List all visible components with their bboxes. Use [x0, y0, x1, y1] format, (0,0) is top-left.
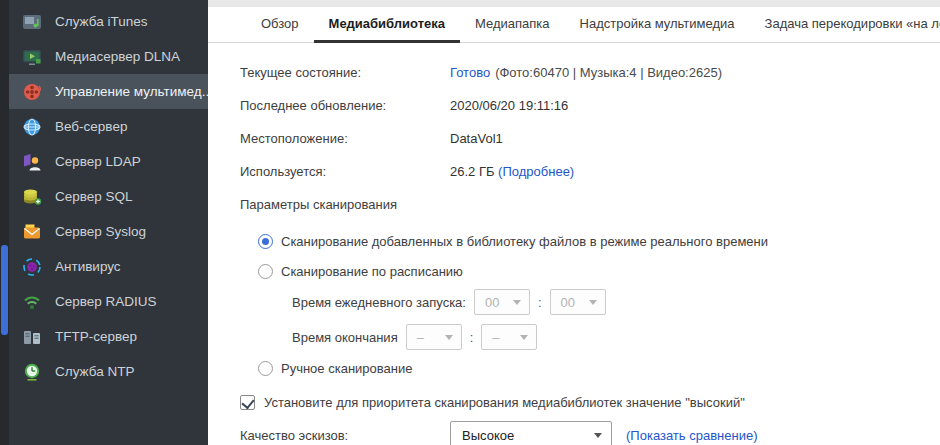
location-row: Местоположение: DataVol1: [240, 122, 940, 155]
scan-schedule-option[interactable]: Сканирование по расписанию: [258, 261, 940, 281]
last-update-row: Последнее обновление: 2020/06/20 19:11:1…: [240, 89, 940, 122]
current-state-label: Текущее состояние:: [240, 65, 450, 80]
location-label: Местоположение:: [240, 131, 450, 146]
sidebar-item-dlna-media-server[interactable]: Медиасервер DLNA: [9, 39, 208, 74]
sidebar-item-label: Сервер Syslog: [55, 224, 146, 239]
chevron-down-icon: [513, 300, 521, 305]
end-time-hour-select[interactable]: –: [406, 324, 462, 350]
checkbox-checked-icon[interactable]: [240, 395, 255, 410]
antivirus-icon: [22, 257, 42, 277]
chevron-down-icon: [445, 335, 453, 340]
sidebar-scrollbar-thumb[interactable]: [1, 245, 8, 335]
tab-bar: Обзор Медиабиблиотека Медиапапка Надстро…: [208, 7, 940, 43]
scan-manual-option[interactable]: Ручное сканирование: [258, 358, 940, 378]
media-library-panel: Текущее состояние: Готово(Фото:60470 | М…: [208, 43, 940, 445]
sidebar-item-label: Сервер RADIUS: [55, 294, 157, 309]
sidebar-item-web-server[interactable]: Веб-сервер: [9, 109, 208, 144]
media-counts: (Фото:60470 | Музыка:4 | Видео:2625): [495, 65, 722, 80]
scan-realtime-label: Сканирование добавленных в библиотеку фа…: [281, 234, 768, 249]
time-separator: :: [538, 295, 542, 310]
radio-off-icon[interactable]: [258, 361, 273, 376]
tab-on-the-fly-transcoding[interactable]: Задача перекодировки «на лету»: [750, 7, 940, 43]
end-time-hour-value: –: [417, 330, 424, 345]
radio-off-icon[interactable]: [258, 264, 273, 279]
tab-media-folder[interactable]: Медиапапка: [460, 7, 565, 43]
priority-checkbox-row[interactable]: Установите для приоритета сканирования м…: [240, 392, 940, 412]
sidebar-item-label: Веб-сервер: [55, 119, 127, 134]
tftp-icon: [22, 327, 42, 347]
last-update-label: Последнее обновление:: [240, 98, 450, 113]
sidebar-item-label: Сервер LDAP: [55, 154, 141, 169]
end-time-minute-select[interactable]: –: [481, 324, 537, 350]
scan-schedule-label: Сканирование по расписанию: [281, 264, 463, 279]
daily-start-label: Время ежедневного запуска:: [292, 295, 466, 310]
sidebar-item-itunes-service[interactable]: Служба iTunes: [9, 4, 208, 39]
ntp-icon: [22, 362, 42, 382]
web-server-icon: [22, 117, 42, 137]
sidebar-item-multimedia-management[interactable]: Управление мультимед...: [9, 74, 208, 109]
thumbnail-quality-select[interactable]: Высокое: [450, 421, 612, 445]
sidebar-item-tftp-server[interactable]: TFTP-сервер: [9, 319, 208, 354]
daily-start-minute-value: 00: [561, 295, 575, 310]
daily-start-hour-select[interactable]: 00: [474, 289, 530, 315]
sql-icon: [22, 187, 42, 207]
status-ready-link[interactable]: Готово: [450, 65, 490, 80]
last-update-value: 2020/06/20 19:11:16: [450, 98, 568, 113]
top-strip: [208, 0, 940, 7]
sidebar-item-label: Сервер SQL: [55, 189, 133, 204]
daily-start-minute-select[interactable]: 00: [550, 289, 606, 315]
ldap-icon: [22, 152, 42, 172]
sidebar-item-syslog-server[interactable]: Сервер Syslog: [9, 214, 208, 249]
sidebar-item-label: Антивирус: [55, 259, 121, 274]
sidebar-nav: Служба iTunes Медиасервер DLNA: [9, 0, 208, 389]
daily-start-hour-value: 00: [485, 295, 499, 310]
sidebar-item-radius-server[interactable]: Сервер RADIUS: [9, 284, 208, 319]
end-time-minute-value: –: [492, 330, 499, 345]
chevron-down-icon: [594, 433, 602, 438]
location-value: DataVol1: [450, 131, 503, 146]
sidebar-item-label: Служба NTP: [55, 364, 134, 379]
sidebar-item-sql-server[interactable]: Сервер SQL: [9, 179, 208, 214]
tab-media-library[interactable]: Медиабиблиотека: [314, 7, 460, 43]
chevron-down-icon: [589, 300, 597, 305]
services-sidebar: Служба iTunes Медиасервер DLNA: [0, 0, 208, 445]
priority-checkbox-label: Установите для приоритета сканирования м…: [264, 395, 745, 410]
scan-realtime-option[interactable]: Сканирование добавленных в библиотеку фа…: [258, 231, 940, 251]
sidebar-item-label: TFTP-сервер: [55, 329, 137, 344]
scan-settings-section-label: Параметры сканирования: [240, 194, 940, 214]
dlna-icon: [22, 47, 42, 67]
itunes-icon: [22, 12, 42, 32]
time-separator: :: [470, 330, 474, 345]
sidebar-item-label: Медиасервер DLNA: [55, 49, 180, 64]
end-time-row: Время окончания – : –: [292, 324, 940, 350]
sidebar-item-antivirus[interactable]: Антивирус: [9, 249, 208, 284]
radius-icon: [22, 292, 42, 312]
used-space-label: Используется:: [240, 164, 450, 179]
used-space-value: 26.2 ГБ: [450, 164, 494, 179]
sidebar-scrollbar-track[interactable]: [0, 0, 9, 445]
multimedia-management-window: Служба iTunes Медиасервер DLNA: [0, 0, 940, 445]
scan-manual-label: Ручное сканирование: [281, 361, 412, 376]
tab-multimedia-addon[interactable]: Надстройка мультимедиа: [565, 7, 750, 43]
current-state-row: Текущее состояние: Готово(Фото:60470 | М…: [240, 56, 940, 89]
thumbnail-quality-label: Качество эскизов:: [240, 428, 450, 443]
thumbnail-quality-row: Качество эскизов: Высокое (Показать срав…: [240, 421, 940, 445]
used-space-row: Используется: 26.2 ГБ (Подробнее): [240, 155, 940, 188]
main-content: Обзор Медиабиблиотека Медиапапка Надстро…: [208, 0, 940, 445]
show-comparison-link[interactable]: (Показать сравнение): [626, 428, 757, 443]
sidebar-item-ntp-service[interactable]: Служба NTP: [9, 354, 208, 389]
sidebar-item-label: Служба iTunes: [55, 14, 147, 29]
syslog-icon: [22, 222, 42, 242]
multimedia-icon: [22, 82, 42, 102]
daily-start-time-row: Время ежедневного запуска: 00 : 00: [292, 289, 940, 315]
sidebar-item-ldap-server[interactable]: Сервер LDAP: [9, 144, 208, 179]
chevron-down-icon: [520, 335, 528, 340]
end-time-label: Время окончания: [292, 330, 398, 345]
radio-on-icon[interactable]: [258, 234, 273, 249]
tab-overview[interactable]: Обзор: [246, 7, 314, 43]
sidebar-item-label: Управление мультимед...: [55, 84, 208, 99]
details-link[interactable]: (Подробнее): [498, 164, 574, 179]
thumbnail-quality-value: Высокое: [462, 428, 514, 443]
